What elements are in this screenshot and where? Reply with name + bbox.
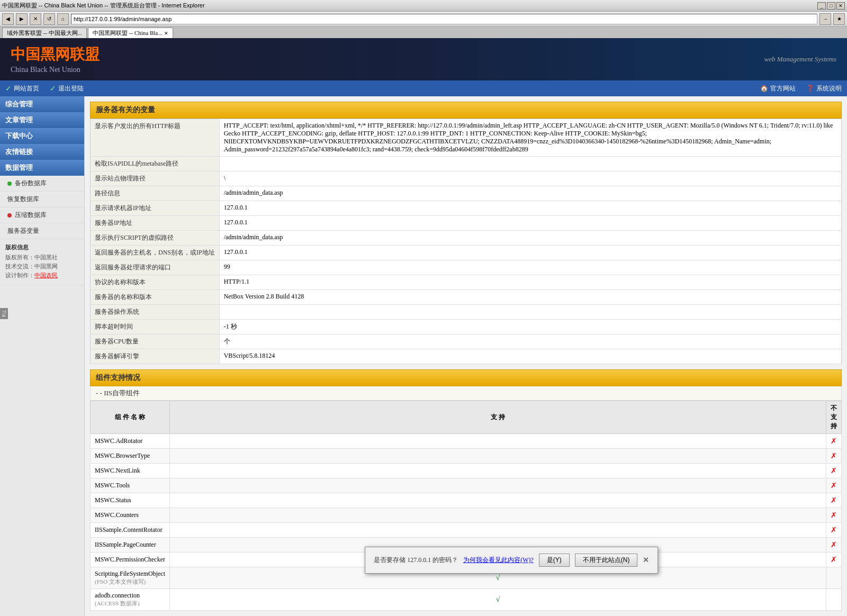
nav-official-site[interactable]: 🏠 官方网站 <box>760 84 796 93</box>
home-button[interactable]: ⌂ <box>57 13 69 25</box>
component-name: adodb.connection (ACCESS 数据库) <box>91 589 170 611</box>
tab-2-close-icon[interactable]: ✕ <box>164 31 168 36</box>
sidebar-download-label: 下载中心 <box>5 132 33 140</box>
browser-titlebar: 中国黑网联盟 -- China Black Net Union -- 管理系统后… <box>0 0 847 12</box>
component-name: MSWC.BrowserType <box>91 449 170 464</box>
site-header: 中国黑网联盟 China Black Net Union web Managem… <box>0 38 847 80</box>
password-dialog: 是否要存储 127.0.0.1 的密码？ 为何我会看见此内容(W)? 是(Y) … <box>365 547 658 574</box>
sidebar-title-data[interactable]: 数据管理 <box>0 160 84 176</box>
copyright-link[interactable]: 中国农民 <box>34 272 58 278</box>
not-supported-cell: ✗ <box>826 552 842 567</box>
nav-logout[interactable]: ✓ 退出登陆 <box>50 84 84 93</box>
go-button[interactable]: → <box>819 13 831 25</box>
sidebar-title-articles[interactable]: 文章管理 <box>0 112 84 128</box>
supported-cell <box>170 464 826 478</box>
back-button[interactable]: ◀ <box>2 13 14 25</box>
table-row: IISSample.ContentRotator✗ <box>91 523 842 538</box>
component-name: MSWC.Status <box>91 493 170 508</box>
row-label: 显示站点物理路径 <box>91 171 220 186</box>
table-row: MSWC.Tools✗ <box>91 478 842 493</box>
sidebar-data-label: 数据管理 <box>5 164 33 171</box>
dot-icon-red <box>7 213 12 218</box>
tab-1[interactable]: 域外黑客联盟 -- 中国最大网... <box>2 28 87 38</box>
row-label: 服务器的名称和版本 <box>91 290 220 305</box>
dialog-question: 是否要存储 127.0.0.1 的密码？ <box>374 556 458 565</box>
sidebar: 综合管理 文章管理 下载中心 友情链接 数据管理 备份数据库 <box>0 96 85 616</box>
site-title-cn: 中国黑网联盟 <box>11 44 100 65</box>
row-value: HTTP/1.1 <box>219 275 841 290</box>
site-tagline: web Management Systems <box>764 55 836 64</box>
component-name: IISSample.ContentRotator <box>91 523 170 538</box>
browser-title: 中国黑网联盟 -- China Black Net Union -- 管理系统后… <box>2 2 205 10</box>
table-row: adodb.connection (ACCESS 数据库)√ <box>91 589 842 611</box>
checkmark-icon: ✓ <box>5 84 12 93</box>
not-supported-cell: ✗ <box>826 508 842 523</box>
table-row: 返回服务器处理请求的端口99 <box>91 260 842 275</box>
nav-help-label: 系统说明 <box>816 84 842 93</box>
sidebar-articles-label: 文章管理 <box>5 116 33 124</box>
sidebar-item-restore[interactable]: 恢复数据库 <box>0 192 84 207</box>
sidebar-item-backup[interactable]: 备份数据库 <box>0 176 84 192</box>
sidebar-copyright: 版权信息 版权所有：中国黑社 技术交流：中国黑网 设计制作：中国农民 <box>0 239 84 285</box>
dialog-yes-button[interactable]: 是(Y) <box>539 554 570 567</box>
sidebar-compress-label: 压缩数据库 <box>15 211 47 220</box>
nav-help[interactable]: ❓ 系统说明 <box>806 84 842 93</box>
dialog-close-icon[interactable]: ✕ <box>643 556 649 565</box>
site-title-en: China Black Net Union <box>11 66 100 74</box>
row-label: 服务器CPU数量 <box>91 334 220 349</box>
row-value: HTTP_ACCEPT: text/html, application/xhtm… <box>219 119 841 157</box>
supported-cell <box>170 508 826 523</box>
supported-cell <box>170 493 826 508</box>
nav-home-label: 网站首页 <box>14 84 39 93</box>
table-row: 显示客户发出的所有HTTP标题HTTP_ACCEPT: text/html, a… <box>91 119 842 157</box>
sidebar-title-download[interactable]: 下载中心 <box>0 128 84 144</box>
sidebar-item-compress[interactable]: 压缩数据库 <box>0 207 84 223</box>
close-button[interactable]: ✕ <box>836 2 845 10</box>
address-bar[interactable] <box>71 14 817 24</box>
nav-right: 🏠 官方网站 ❓ 系统说明 <box>760 84 842 93</box>
sidebar-item-server-vars[interactable]: 服务器变量 <box>0 223 84 239</box>
row-value: 127.0.0.1 <box>219 201 841 216</box>
sidebar-title-links[interactable]: 友情链接 <box>0 144 84 160</box>
row-label: 显示客户发出的所有HTTP标题 <box>91 119 220 157</box>
not-supported-cell: ✗ <box>826 523 842 538</box>
components-header: 组件支持情况 <box>90 369 842 386</box>
dialog-no-button[interactable]: 不用于此站点(N) <box>575 554 638 567</box>
server-vars-table: 显示客户发出的所有HTTP标题HTTP_ACCEPT: text/html, a… <box>90 119 842 364</box>
copyright-line-2: 技术交流：中国黑网 <box>5 262 79 270</box>
copyright-line-3: 设计制作：中国农民 <box>5 271 79 279</box>
row-value: 99 <box>219 260 841 275</box>
favorites-button[interactable]: ★ <box>833 13 845 25</box>
minimize-button[interactable]: _ <box>817 2 826 10</box>
row-value: -1 秒 <box>219 320 841 334</box>
maximize-button[interactable]: □ <box>827 2 835 10</box>
copyright-line-1: 版权所有：中国黑社 <box>5 253 79 261</box>
table-row: 返回服务器的主机名，DNS别名，或IP地址127.0.0.1 <box>91 246 842 260</box>
stop-button[interactable]: ✕ <box>30 13 41 25</box>
components-sub-iis: - - IIS自带组件 <box>90 386 842 401</box>
component-name: MSWC.AdRotator <box>91 434 170 449</box>
row-value <box>219 305 841 320</box>
refresh-button[interactable]: ↺ <box>43 13 55 25</box>
row-label: 返回服务器的主机名，DNS别名，或IP地址 <box>91 246 220 260</box>
nav-home[interactable]: ✓ 网站首页 <box>5 84 39 93</box>
dialog-help-link[interactable]: 为何我会看见此内容(W)? <box>463 556 534 565</box>
forward-button[interactable]: ▶ <box>16 13 28 25</box>
tab-2[interactable]: 中国黑网联盟 -- China Bla... ✕ <box>88 28 173 38</box>
row-value: NetBox Version 2.8 Build 4128 <box>219 290 841 305</box>
sidebar-restore-label: 恢复数据库 <box>7 195 39 203</box>
not-supported-cell: ✗ <box>826 464 842 478</box>
component-name: MSWC.Counters <box>91 508 170 523</box>
table-row: MSWC.BrowserType✗ <box>91 449 842 464</box>
table-row: 脚本超时时间-1 秒 <box>91 320 842 334</box>
nav-official-label: 官方网站 <box>770 84 796 93</box>
row-value: /admin/admin_data.asp <box>219 186 841 201</box>
house-icon: 🏠 <box>760 85 768 93</box>
window-controls: _ □ ✕ <box>817 2 845 10</box>
browser-toolbar: ◀ ▶ ✕ ↺ ⌂ → ★ <box>0 12 847 26</box>
row-value: 127.0.0.1 <box>219 246 841 260</box>
site-logo: 中国黑网联盟 China Black Net Union <box>11 44 100 74</box>
table-row: 服务器CPU数量个 <box>91 334 842 349</box>
sidebar-title-general[interactable]: 综合管理 <box>0 96 84 112</box>
nav-bar: ✓ 网站首页 ✓ 退出登陆 🏠 官方网站 ❓ 系统说明 <box>0 80 847 96</box>
